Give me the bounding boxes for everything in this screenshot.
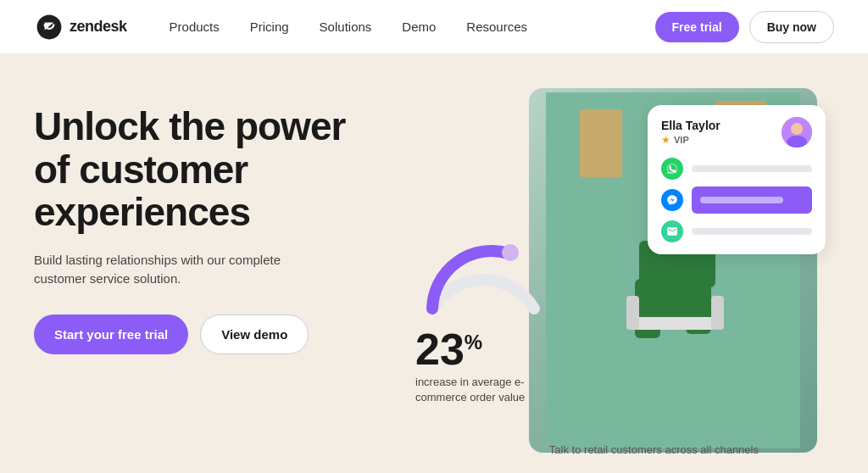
channel-row-whatsapp	[661, 158, 812, 180]
nav-links: Products Pricing Solutions Demo Resource…	[170, 19, 655, 34]
svg-rect-14	[626, 296, 639, 330]
logo[interactable]: zendesk	[34, 12, 127, 42]
nav-products[interactable]: Products	[170, 19, 220, 34]
vip-label: VIP	[674, 135, 689, 145]
messenger-bar-selected	[692, 186, 812, 214]
hero-section: Unlock the power of customer experiences…	[0, 54, 868, 473]
zendesk-logo-icon	[34, 12, 64, 42]
stat-arc-chart	[415, 232, 551, 317]
navbar: zendesk Products Pricing Solutions Demo …	[0, 0, 868, 54]
svg-point-17	[791, 123, 803, 135]
nav-actions: Free trial Buy now	[655, 11, 834, 43]
svg-rect-2	[580, 109, 622, 177]
view-demo-button[interactable]: View demo	[200, 314, 309, 354]
stat-card: 23% increase in average e-commerce order…	[415, 232, 551, 405]
stat-percent: %	[465, 332, 482, 353]
hero-subtext: Build lasting relationships with our com…	[34, 251, 322, 289]
channel-row-messenger	[661, 186, 812, 214]
chat-vip-row: ★ VIP	[661, 134, 721, 146]
email-bar	[692, 228, 812, 235]
whatsapp-bar	[692, 165, 812, 172]
nav-demo[interactable]: Demo	[402, 19, 436, 34]
hero-buttons: Start your free trial View demo	[34, 314, 390, 354]
nav-pricing[interactable]: Pricing	[250, 19, 289, 34]
svg-point-0	[502, 244, 519, 261]
chat-widget: Ella Taylor ★ VIP	[648, 105, 826, 254]
email-icon	[661, 220, 683, 242]
chat-user-name: Ella Taylor	[661, 119, 721, 132]
hero-left: Unlock the power of customer experiences…	[34, 97, 390, 354]
stat-number: 23%	[415, 327, 551, 371]
svg-rect-15	[711, 296, 724, 330]
svg-rect-13	[631, 317, 715, 330]
free-trial-button[interactable]: Free trial	[655, 12, 739, 42]
messenger-bar-inner	[700, 197, 783, 203]
start-trial-button[interactable]: Start your free trial	[34, 314, 188, 354]
nav-solutions[interactable]: Solutions	[320, 19, 372, 34]
star-icon: ★	[661, 134, 670, 146]
hero-headline: Unlock the power of customer experiences	[34, 105, 390, 234]
whatsapp-icon	[661, 158, 683, 180]
stat-label: increase in average e-commerce order val…	[415, 375, 542, 405]
chat-user-row: Ella Taylor ★ VIP	[661, 117, 812, 147]
logo-text: zendesk	[70, 18, 127, 36]
messenger-icon	[661, 189, 683, 211]
stat-value: 23	[415, 327, 465, 371]
bottom-caption: Talk to retail customers across all chan…	[549, 443, 759, 456]
chat-channels	[661, 158, 812, 242]
nav-resources[interactable]: Resources	[466, 19, 527, 34]
channel-row-email	[661, 220, 812, 242]
buy-now-button[interactable]: Buy now	[749, 11, 834, 43]
hero-right: 23% increase in average e-commerce order…	[390, 97, 834, 473]
chat-avatar	[782, 117, 812, 147]
chat-user-info: Ella Taylor ★ VIP	[661, 119, 721, 146]
